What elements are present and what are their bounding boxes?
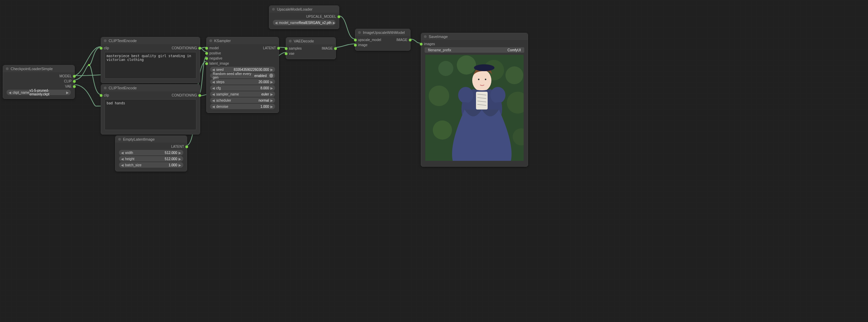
- widget-model-name[interactable]: ◀ model_name RealESRGAN_x2.pth ▶: [273, 20, 335, 25]
- input-clip[interactable]: clip: [103, 93, 109, 98]
- widget-ksampler-1[interactable]: Random seed after every genenabled: [210, 73, 275, 78]
- node-title: EmptyLatentImage: [123, 137, 155, 141]
- chevron-right-icon[interactable]: ▶: [66, 91, 69, 94]
- widget-filename-prefix[interactable]: filename_prefix ComfyUI: [425, 47, 524, 53]
- output-image[interactable]: IMAGE: [396, 37, 408, 42]
- output-latent[interactable]: LATENT: [118, 144, 185, 149]
- status-dot: [424, 35, 427, 38]
- input-negative[interactable]: negative: [209, 56, 229, 61]
- node-image-upscale[interactable]: ImageUpscaleWithModel upscale_model imag…: [355, 29, 411, 51]
- prompt-textarea[interactable]: bad hands: [105, 99, 196, 130]
- widget-ksampler-6[interactable]: ◀denoise1.000▶: [210, 104, 275, 109]
- widget-latent-1[interactable]: ◀height512.000▶: [119, 156, 183, 162]
- node-title: CLIPTextEncode: [109, 86, 137, 90]
- input-upscale-model[interactable]: upscale_model: [357, 37, 381, 42]
- node-titlebar[interactable]: EmptyLatentImage: [115, 136, 187, 143]
- node-title: UpscaleModelLoader: [277, 7, 313, 11]
- node-title: CheckpointLoaderSimple: [11, 67, 53, 71]
- status-dot: [104, 39, 107, 42]
- output-vae[interactable]: VAE: [5, 84, 72, 89]
- node-ksampler[interactable]: KSampler model positive negative latent_…: [206, 37, 279, 113]
- node-title: CLIPTextEncode: [109, 39, 137, 43]
- svg-point-15: [478, 79, 479, 80]
- widget-ksampler-0[interactable]: ◀seed833543590226030.000▶: [210, 67, 275, 72]
- input-samples[interactable]: samples: [288, 46, 302, 51]
- status-dot: [272, 8, 275, 11]
- widget-ksampler-2[interactable]: ◀steps20.000▶: [210, 79, 275, 85]
- status-dot: [6, 67, 9, 70]
- node-save-image[interactable]: SaveImage images filename_prefix ComfyUI: [421, 33, 528, 167]
- node-title: VAEDecode: [294, 39, 314, 43]
- input-images[interactable]: images: [423, 41, 526, 47]
- status-dot: [104, 87, 107, 89]
- node-titlebar[interactable]: ImageUpscaleWithModel: [355, 29, 410, 36]
- svg-point-16: [485, 79, 486, 80]
- widget-ksampler-3[interactable]: ◀cfg8.000▶: [210, 85, 275, 91]
- chevron-left-icon[interactable]: ◀: [275, 21, 278, 25]
- svg-point-5: [438, 61, 453, 76]
- input-image[interactable]: image: [357, 42, 381, 48]
- chevron-left-icon[interactable]: ◀: [9, 91, 11, 94]
- svg-point-9: [429, 86, 449, 106]
- svg-point-8: [505, 66, 523, 84]
- node-titlebar[interactable]: KSampler: [207, 37, 279, 44]
- node-clip-negative[interactable]: CLIPTextEncode clip CONDITIONING bad han…: [101, 84, 200, 134]
- node-titlebar[interactable]: VAEDecode: [286, 38, 335, 44]
- input-vae[interactable]: vae: [288, 51, 302, 56]
- output-image-preview: [425, 55, 524, 162]
- status-dot: [209, 39, 212, 42]
- input-model[interactable]: model: [209, 46, 229, 51]
- node-upscale-model-loader[interactable]: UpscaleModelLoader UPSCALE_MODEL ◀ model…: [269, 5, 339, 29]
- node-titlebar[interactable]: SaveImage: [421, 33, 528, 40]
- output-model[interactable]: MODEL: [5, 74, 72, 79]
- node-empty-latent[interactable]: EmptyLatentImage LATENT ◀width512.000▶◀h…: [115, 136, 187, 171]
- widget-ksampler-4[interactable]: ◀sampler_nameeuler▶: [210, 91, 275, 97]
- output-conditioning[interactable]: CONDITIONING: [172, 93, 198, 98]
- svg-point-11: [433, 120, 452, 140]
- node-titlebar[interactable]: CheckpointLoaderSimple: [3, 65, 74, 72]
- node-clip-positive[interactable]: CLIPTextEncode clip CONDITIONING masterp…: [101, 37, 200, 83]
- svg-point-23: [490, 87, 505, 103]
- svg-point-22: [458, 87, 473, 103]
- status-dot: [118, 138, 121, 141]
- node-title: SaveImage: [429, 35, 448, 39]
- output-latent[interactable]: LATENT: [263, 46, 277, 51]
- widget-ksampler-5[interactable]: ◀schedulernormal▶: [210, 98, 275, 103]
- svg-point-6: [457, 55, 476, 75]
- svg-rect-17: [476, 92, 488, 110]
- node-titlebar[interactable]: UpscaleModelLoader: [269, 6, 339, 13]
- node-vae-decode[interactable]: VAEDecode samples vae IMAGE: [286, 37, 336, 59]
- output-conditioning[interactable]: CONDITIONING: [172, 46, 198, 51]
- node-titlebar[interactable]: CLIPTextEncode: [101, 85, 200, 91]
- output-upscale-model[interactable]: UPSCALE_MODEL: [271, 14, 337, 19]
- input-positive[interactable]: positive: [209, 51, 229, 56]
- node-titlebar[interactable]: CLIPTextEncode: [101, 37, 200, 44]
- output-clip[interactable]: CLIP: [5, 79, 72, 84]
- node-checkpoint-loader[interactable]: CheckpointLoaderSimple MODEL CLIP VAE ◀ …: [3, 65, 75, 99]
- widget-latent-0[interactable]: ◀width512.000▶: [119, 150, 183, 155]
- prompt-textarea[interactable]: masterpiece best quality girl standing i…: [105, 52, 196, 79]
- widget-latent-2[interactable]: ◀batch_size1.000▶: [119, 162, 183, 168]
- node-title: ImageUpscaleWithModel: [363, 30, 405, 35]
- chevron-right-icon[interactable]: ▶: [333, 21, 335, 25]
- node-title: KSampler: [214, 39, 231, 43]
- widget-ckpt-name[interactable]: ◀ ckpt_name v1-5-pruned-emaonly.ckpt ▶: [7, 90, 71, 95]
- input-clip[interactable]: clip: [103, 46, 109, 51]
- status-dot: [358, 31, 361, 34]
- status-dot: [289, 40, 292, 42]
- output-image[interactable]: IMAGE: [322, 46, 333, 51]
- input-latent-image[interactable]: latent_image: [209, 61, 229, 66]
